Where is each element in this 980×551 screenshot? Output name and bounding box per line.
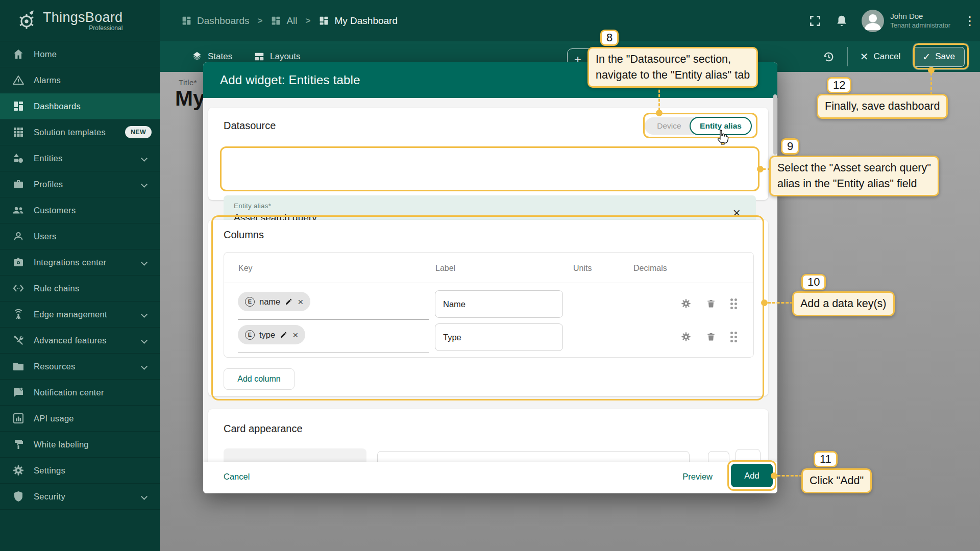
user-name: John Doe bbox=[890, 12, 950, 21]
annotation-number-11: 11 bbox=[814, 451, 838, 467]
sidebar-item-settings[interactable]: Settings bbox=[0, 458, 160, 484]
columns-table: Key Label Units Decimals E name × Name bbox=[224, 252, 754, 358]
key-field-underline bbox=[238, 353, 429, 353]
edit-pencil-icon[interactable] bbox=[285, 297, 293, 306]
annotation-tooltip-12: Finally, save dashboard bbox=[817, 94, 948, 119]
save-label: Save bbox=[935, 52, 955, 62]
add-button[interactable]: Add bbox=[731, 464, 773, 487]
dialog-cancel-button[interactable]: Cancel bbox=[224, 472, 250, 482]
delete-trash-icon[interactable] bbox=[706, 331, 716, 342]
label-input[interactable]: Name bbox=[435, 290, 563, 318]
add-column-button[interactable]: Add column bbox=[224, 368, 295, 390]
add-widget-dialog: Add widget: Entities table Datasource De… bbox=[203, 62, 777, 493]
dialog-footer: Cancel Preview Add bbox=[203, 462, 777, 493]
sidebar-item-profiles[interactable]: Profiles bbox=[0, 171, 160, 197]
cancel-dashboard-button[interactable]: ✕ Cancel bbox=[860, 51, 901, 63]
sidebar-item-entities[interactable]: Entities bbox=[0, 145, 160, 171]
chevron-down-icon bbox=[141, 155, 148, 162]
annotation-tooltip-8: In the "Datasource" section,navigate to … bbox=[587, 47, 758, 88]
notification-icon bbox=[12, 386, 24, 398]
user-menu[interactable]: John Doe Tenant administrator bbox=[862, 10, 950, 32]
dashboard-title-label: Title* bbox=[179, 78, 197, 87]
sidebar-item-rule-chains[interactable]: Rule chains bbox=[0, 276, 160, 302]
clear-icon[interactable]: × bbox=[733, 206, 741, 219]
annotation-tooltip-11: Click "Add" bbox=[801, 468, 872, 493]
edit-pencil-icon[interactable] bbox=[280, 331, 288, 339]
antenna-icon bbox=[12, 308, 24, 320]
connector-line bbox=[930, 72, 932, 95]
breadcrumb-my-dashboard[interactable]: My Dashboard bbox=[318, 15, 398, 27]
sidebar-item-dashboards[interactable]: Dashboards bbox=[0, 93, 160, 119]
tools-icon bbox=[12, 334, 24, 346]
breadcrumb-all[interactable]: All bbox=[271, 15, 297, 27]
logo-text: ThingsBoard Professional bbox=[43, 10, 122, 32]
sidebar-item-advanced-features[interactable]: Advanced features bbox=[0, 328, 160, 354]
save-dashboard-button[interactable]: ✓ Save bbox=[913, 47, 965, 67]
annotation-number-8: 8 bbox=[600, 30, 619, 46]
settings-gear-icon[interactable] bbox=[680, 331, 692, 342]
entity-field-icon: E bbox=[245, 297, 255, 307]
sidebar-item-api-usage[interactable]: API usage bbox=[0, 406, 160, 432]
sidebar-item-solution-templates[interactable]: Solution templates NEW bbox=[0, 119, 160, 145]
layers-icon bbox=[191, 51, 203, 62]
card-appearance-heading: Card appearance bbox=[224, 423, 303, 435]
chevron-down-icon bbox=[141, 311, 148, 318]
sidebar-item-white-labeling[interactable]: White labeling bbox=[0, 432, 160, 458]
drag-handle-icon[interactable] bbox=[730, 332, 737, 342]
connector-dot bbox=[761, 299, 768, 306]
states-label: States bbox=[208, 52, 232, 62]
sidebar-item-customers[interactable]: Customers bbox=[0, 197, 160, 223]
dashboards-icon bbox=[12, 100, 24, 112]
dashboard-icon bbox=[181, 15, 192, 26]
column-header-key: Key bbox=[238, 264, 253, 273]
person-icon bbox=[862, 10, 884, 32]
thingsboard-logo-icon bbox=[15, 9, 38, 32]
history-icon[interactable] bbox=[822, 51, 835, 63]
sidebar-item-edge-management[interactable]: Edge management bbox=[0, 302, 160, 328]
folder-icon bbox=[12, 360, 24, 372]
logo[interactable]: ThingsBoard Professional bbox=[0, 0, 160, 41]
notifications-bell-icon[interactable] bbox=[835, 14, 848, 28]
sidebar-item-security[interactable]: Security bbox=[0, 484, 160, 510]
breadcrumb-dashboards[interactable]: Dashboards bbox=[181, 15, 249, 27]
breadcrumb-separator: > bbox=[304, 16, 313, 26]
logo-title: ThingsBoard bbox=[43, 10, 122, 26]
tab-device[interactable]: Device bbox=[645, 117, 694, 135]
delete-trash-icon[interactable] bbox=[706, 298, 716, 309]
sidebar-item-integrations-center[interactable]: Integrations center bbox=[0, 249, 160, 276]
scrollbar-thumb[interactable] bbox=[773, 94, 777, 155]
connector-line bbox=[777, 475, 802, 477]
mouse-cursor-icon bbox=[716, 129, 729, 145]
fullscreen-icon[interactable] bbox=[808, 14, 822, 28]
close-icon: ✕ bbox=[860, 51, 869, 63]
sidebar-item-home[interactable]: Home bbox=[0, 41, 160, 67]
drag-handle-icon[interactable] bbox=[730, 298, 737, 309]
gear-icon bbox=[12, 464, 24, 477]
sidebar-item-users[interactable]: Users bbox=[0, 223, 160, 249]
label-input[interactable]: Type bbox=[435, 323, 563, 351]
sidebar-item-resources[interactable]: Resources bbox=[0, 354, 160, 380]
sidebar-item-alarms[interactable]: Alarms bbox=[0, 67, 160, 93]
rule-chains-icon bbox=[12, 282, 24, 294]
more-menu-icon[interactable]: ⋮ bbox=[964, 18, 971, 23]
chevron-down-icon bbox=[141, 363, 148, 370]
breadcrumb-label: Dashboards bbox=[197, 15, 249, 27]
cancel-label: Cancel bbox=[873, 52, 900, 62]
grid-icon bbox=[12, 126, 24, 138]
layouts-label: Layouts bbox=[270, 52, 301, 62]
entities-icon bbox=[12, 152, 24, 164]
remove-key-icon[interactable]: × bbox=[298, 297, 303, 307]
divider bbox=[847, 47, 848, 66]
sidebar-item-notification-center[interactable]: Notification center bbox=[0, 380, 160, 406]
remove-key-icon[interactable]: × bbox=[292, 330, 298, 340]
data-key-chip[interactable]: E type × bbox=[238, 325, 305, 344]
data-key-chip[interactable]: E name × bbox=[238, 292, 310, 311]
screen: Title* My Dashboards > All > My Dashboar… bbox=[0, 0, 980, 551]
avatar bbox=[862, 10, 884, 32]
person-icon bbox=[12, 230, 24, 242]
preview-button[interactable]: Preview bbox=[682, 472, 713, 482]
briefcase-icon bbox=[12, 178, 24, 190]
home-icon bbox=[12, 48, 24, 60]
settings-gear-icon[interactable] bbox=[680, 298, 692, 309]
logo-subtitle: Professional bbox=[43, 24, 122, 32]
